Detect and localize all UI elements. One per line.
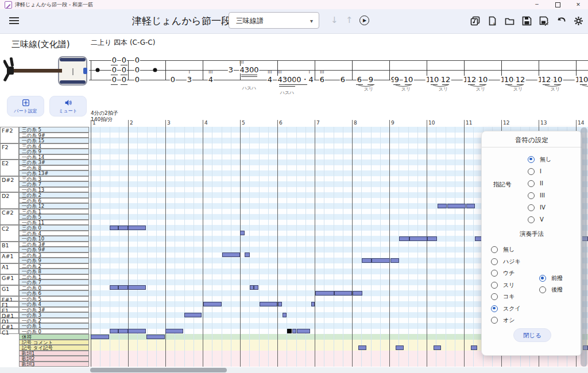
note-block[interactable] <box>128 329 146 333</box>
string-row-label: 一の糸 1 <box>19 323 89 329</box>
radio-label: スリ <box>503 281 514 289</box>
note-block[interactable] <box>260 302 277 306</box>
note-block[interactable] <box>110 329 118 333</box>
radio-option[interactable]: ハジキ <box>491 256 521 268</box>
note-block[interactable] <box>471 345 477 350</box>
toolbar: 津軽じょんから節一段 三味線譜 ▾ ↓ ↑ ▶ R <box>0 9 588 34</box>
note-block[interactable] <box>184 313 202 317</box>
note-block[interactable] <box>390 258 399 263</box>
radio-option[interactable]: IV <box>528 201 551 213</box>
menu-icon[interactable] <box>9 17 19 25</box>
score-type-select[interactable]: 三味線譜 ▾ <box>229 12 319 29</box>
copy-score-icon[interactable] <box>470 16 480 26</box>
save-icon[interactable] <box>522 16 532 26</box>
radio-option[interactable]: ウチ <box>491 267 521 279</box>
note-block[interactable] <box>292 329 296 333</box>
radio-option[interactable]: V <box>528 213 551 226</box>
undo-icon[interactable] <box>556 16 566 26</box>
close-button[interactable]: ✕ <box>570 0 587 9</box>
beat-line <box>259 127 260 367</box>
radio-option[interactable]: コキ <box>491 291 521 303</box>
note-block[interactable] <box>334 291 352 296</box>
string-row-label: 二の糸 9# <box>19 133 89 138</box>
note-block[interactable] <box>353 291 362 296</box>
radio-option[interactable]: スリ <box>491 279 521 292</box>
suri-label: スリ <box>513 86 523 92</box>
note-block[interactable] <box>118 329 128 333</box>
mute-button[interactable]: ミュート <box>49 96 87 116</box>
note-block[interactable] <box>283 313 287 317</box>
note-block[interactable] <box>372 258 390 263</box>
folder-icon[interactable] <box>505 16 514 26</box>
radio-icon <box>491 270 498 277</box>
note-block[interactable] <box>118 226 128 230</box>
note-block[interactable] <box>250 285 254 290</box>
radio-option[interactable]: スクイ <box>491 303 521 315</box>
note-block[interactable] <box>358 345 366 350</box>
vertical-scrollbar[interactable] <box>581 127 587 367</box>
note-block[interactable] <box>245 252 250 257</box>
pitch-label: F2 <box>0 143 19 160</box>
radio-option[interactable]: 前撥 <box>539 273 563 284</box>
note-block[interactable] <box>438 204 447 208</box>
note-block[interactable] <box>315 291 334 296</box>
radio-label: V <box>540 216 544 223</box>
note-block[interactable] <box>165 329 183 333</box>
down-arrow-icon[interactable]: ↓ <box>331 15 338 25</box>
note-block[interactable] <box>128 285 146 290</box>
tab-number: 0 <box>111 76 117 83</box>
note-block[interactable] <box>110 226 118 230</box>
radio-option[interactable]: オシ <box>491 314 521 327</box>
note-block[interactable] <box>254 285 258 290</box>
settings-gear-icon[interactable] <box>574 16 583 26</box>
note-block[interactable] <box>447 204 466 208</box>
minimize-button[interactable]: ─ <box>528 0 546 9</box>
note-block[interactable] <box>128 226 146 230</box>
save-as-icon[interactable] <box>539 16 549 26</box>
string-row-label: 二の糸 2 <box>19 263 89 269</box>
radio-option[interactable]: 後撥 <box>539 284 563 296</box>
note-block[interactable] <box>297 329 310 333</box>
beat-line <box>222 127 222 367</box>
note-block[interactable] <box>240 231 245 235</box>
note-block[interactable] <box>362 258 372 263</box>
radio-option[interactable]: 無し <box>491 244 521 256</box>
string-row-label: 三の糸 2 <box>19 192 89 198</box>
pitch-label: E2 <box>0 160 19 176</box>
dialog-separator <box>482 147 582 147</box>
radio-option[interactable]: III <box>528 189 551 201</box>
note-block[interactable] <box>399 236 409 241</box>
up-arrow-icon[interactable]: ↑ <box>346 15 353 25</box>
horizontal-scrollbar-thumb[interactable] <box>90 368 227 372</box>
dialog-close-button[interactable]: 閉じる <box>513 328 551 342</box>
beat-line <box>100 127 100 367</box>
maximize-button[interactable] <box>549 0 566 9</box>
staff-line <box>89 60 588 61</box>
note-block[interactable] <box>203 302 222 306</box>
note-block[interactable] <box>409 236 427 241</box>
file-record-icon[interactable]: R <box>488 16 497 26</box>
radio-option[interactable]: II <box>528 177 551 189</box>
note-block[interactable] <box>222 252 240 257</box>
note-block[interactable] <box>278 302 282 306</box>
technique-label: 演奏手法 <box>482 230 582 238</box>
string-row-label: 二の糸 8 <box>19 165 89 171</box>
note-block[interactable] <box>118 285 128 290</box>
note-block[interactable] <box>287 329 292 333</box>
radio-option[interactable]: I <box>528 165 551 177</box>
note-block[interactable] <box>427 236 437 241</box>
note-block[interactable] <box>146 335 165 339</box>
note-block[interactable] <box>434 345 441 350</box>
note-block[interactable] <box>91 335 109 339</box>
note-block[interactable] <box>466 204 475 208</box>
part-settings-button[interactable]: パート設定 <box>7 96 44 116</box>
radio-label: 無し <box>540 156 551 164</box>
horizontal-scrollbar-track <box>0 367 588 373</box>
note-block[interactable] <box>110 285 118 290</box>
note-block[interactable] <box>311 302 315 306</box>
radio-option[interactable]: 無し <box>528 153 551 165</box>
string-row-label: 三の糸 3 <box>19 176 89 182</box>
string-row-label: 三の糸 0 <box>19 225 89 231</box>
note-block[interactable] <box>396 345 404 350</box>
play-button[interactable]: ▶ <box>359 15 369 25</box>
